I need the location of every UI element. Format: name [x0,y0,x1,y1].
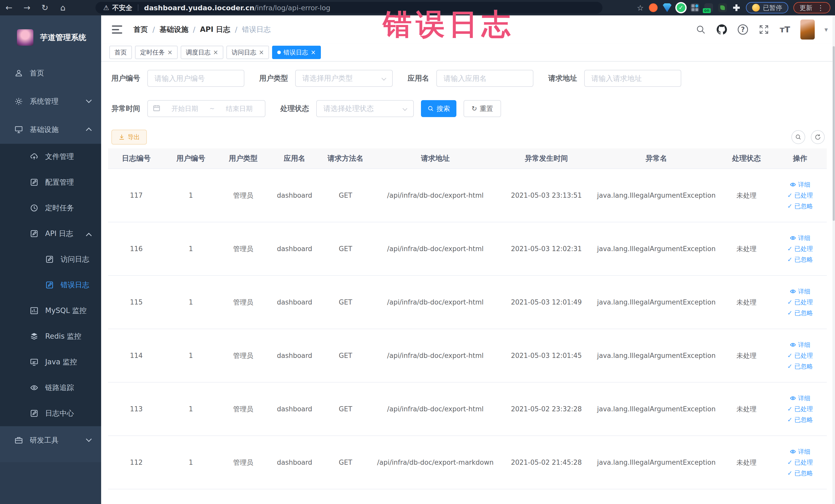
tab-error-log[interactable]: 错误日志× [272,46,321,59]
home-icon[interactable]: ⌂ [54,3,72,13]
process-status-select[interactable]: 请选择处理状态 [316,100,414,117]
tab-schedule-log[interactable]: 调度日志× [181,46,223,59]
export-button[interactable]: 导出 [111,130,147,144]
sidebar-item-java-monitor[interactable]: Java 监控 [0,349,101,375]
help-icon[interactable]: ? [737,24,749,35]
search-button[interactable]: 搜索 [421,100,456,117]
back-icon[interactable]: ← [0,3,18,13]
screen: ← → ↻ ⌂ ⚠ 不安全 dashboard.yudao.iocoder.cn… [0,0,835,504]
browser-update-pill[interactable]: 更新 ⋮ [793,2,830,13]
cell-user-type: 管理员 [217,191,269,200]
app-name-input[interactable] [436,70,533,87]
breadcrumb-item[interactable]: 基础设施 [159,25,188,35]
reload-icon[interactable]: ↻ [36,3,54,13]
sidebar-item-dev-tools[interactable]: 研发工具 [0,426,101,455]
extension-grid-icon[interactable] [691,3,699,12]
sidebar-item-file-mgmt[interactable]: 文件管理 [0,144,101,169]
detail-link[interactable]: 详细 [790,447,810,456]
github-icon[interactable] [716,24,728,35]
sidebar-item-log-center[interactable]: 日志中心 [0,401,101,426]
mark-ignored-link[interactable]: ✓已忽略 [787,362,813,370]
date-range-picker[interactable]: 开始日期 ~ 结束日期 [147,100,265,117]
user-type-select[interactable]: 请选择用户类型 [295,70,393,87]
extension-git-icon[interactable]: on [704,3,713,12]
sidebar-item-config-mgmt[interactable]: 配置管理 [0,169,101,195]
sidebar-item-scheduled-jobs[interactable]: 定时任务 [0,195,101,221]
sidebar-item-access-log[interactable]: 访问日志 [0,246,101,272]
mark-ignored-link[interactable]: ✓已忽略 [787,416,813,424]
cell-exception-time: 2021-05-03 23:13:51 [500,191,593,199]
cell-log-id: 112 [108,459,165,466]
hamburger-icon[interactable] [112,25,122,34]
avatar-caret-icon[interactable]: ▾ [824,26,828,33]
extension-check-icon[interactable]: ✓ [677,3,685,12]
fullscreen-icon[interactable] [758,24,770,35]
page-scrollbar[interactable] [832,15,835,504]
forward-icon[interactable]: → [18,3,36,13]
mark-ignored-link[interactable]: ✓已忽略 [787,469,813,477]
refresh-icon [814,134,821,140]
breadcrumb-item[interactable]: 首页 [134,25,148,35]
detail-link[interactable]: 详细 [790,341,810,349]
detail-link[interactable]: 详细 [790,394,810,402]
refresh-table-button[interactable] [811,130,825,144]
close-icon[interactable]: × [259,49,264,56]
sidebar-item-label: 错误日志 [61,280,89,290]
mark-ignored-link[interactable]: ✓已忽略 [787,309,813,317]
log-edit-icon [30,409,39,418]
scrollbar-thumb[interactable] [833,46,835,221]
cell-exception-time: 2021-05-02 21:45:28 [500,459,593,466]
mark-processed-link[interactable]: ✓已处理 [787,351,813,360]
cell-app-name: dashboard [269,191,320,199]
sidebar-item-label: 定时任务 [45,203,74,213]
sidebar-item-tracing[interactable]: 链路追踪 [0,375,101,401]
mark-processed-link[interactable]: ✓已处理 [787,405,813,413]
address-bar[interactable]: ⚠ 不安全 dashboard.yudao.iocoder.cn/infra/l… [96,2,603,14]
sidebar-item-redis-monitor[interactable]: Redis 监控 [0,323,101,349]
sidebar-item-system-mgmt[interactable]: 系统管理 [0,87,101,116]
chevron-down-icon [86,97,92,103]
font-size-icon[interactable]: тT [779,24,791,35]
tab-scheduled-jobs[interactable]: 定时任务× [135,46,178,59]
toggle-search-button[interactable] [791,130,805,144]
security-label[interactable]: 不安全 [112,3,132,12]
request-url-input[interactable] [584,70,681,87]
breadcrumb-item-current: 错误日志 [242,25,271,35]
sidebar-item-error-log[interactable]: 错误日志 [0,272,101,298]
close-icon[interactable]: × [213,49,218,56]
sidebar-item-home[interactable]: 首页 [0,59,101,87]
tab-access-log[interactable]: 访问日志× [226,46,269,59]
extension-shield-icon[interactable] [663,3,672,12]
chevron-up-icon [86,233,92,239]
bookmark-star-icon[interactable]: ☆ [637,3,644,12]
mark-processed-link[interactable]: ✓已处理 [787,245,813,253]
mark-ignored-link[interactable]: ✓已忽略 [787,202,813,210]
sidebar-item-label: 文件管理 [45,152,74,161]
cell-user-type: 管理员 [217,244,269,254]
search-icon[interactable] [695,24,707,35]
detail-link[interactable]: 详细 [790,287,810,296]
mark-processed-link[interactable]: ✓已处理 [787,191,813,200]
extension-orange-icon[interactable] [649,3,658,12]
sidebar-item-infrastructure[interactable]: 基础设施 [0,116,101,144]
detail-link[interactable]: 详细 [790,234,810,242]
user-avatar[interactable] [800,20,815,40]
extension-sprout-icon[interactable] [718,3,727,12]
mark-processed-link[interactable]: ✓已处理 [787,458,813,466]
mark-processed-link[interactable]: ✓已处理 [787,298,813,306]
detail-link[interactable]: 详细 [790,181,810,189]
sidebar-item-mysql-monitor[interactable]: MySQL 监控 [0,298,101,323]
browser-profile-pill[interactable]: 已暂停 [746,2,788,13]
sidebar-logo[interactable]: 芋道管理系统 [0,15,101,54]
browser-menu-icon[interactable]: ⋮ [817,4,824,12]
extensions-puzzle-icon[interactable] [732,3,741,12]
mark-ignored-link[interactable]: ✓已忽略 [787,256,813,264]
tab-home[interactable]: 首页 [109,46,132,59]
close-icon[interactable]: × [167,49,172,56]
sidebar-item-api-log[interactable]: API 日志 [0,221,101,246]
reset-button[interactable]: ↻ 重置 [464,100,501,117]
user-id-input[interactable] [147,70,244,87]
clock-icon [30,204,39,212]
breadcrumb-item[interactable]: API 日志 [200,25,230,35]
close-icon[interactable]: × [311,49,316,56]
